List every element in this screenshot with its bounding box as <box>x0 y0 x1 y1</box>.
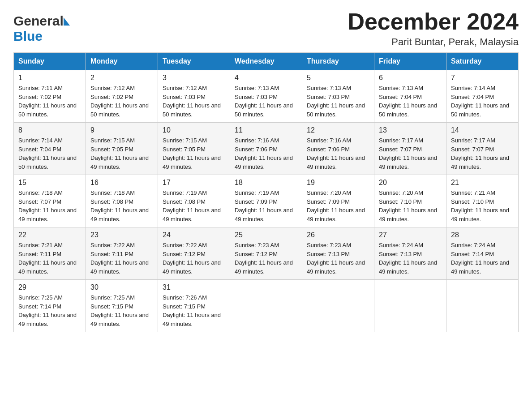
sunrise-label: Sunrise: 7:16 AM <box>235 137 279 144</box>
calendar-cell: 27 Sunrise: 7:24 AM Sunset: 7:13 PM Dayl… <box>374 227 446 280</box>
day-number: 30 <box>90 283 153 291</box>
calendar-cell: 28 Sunrise: 7:24 AM Sunset: 7:14 PM Dayl… <box>446 227 519 280</box>
calendar-cell <box>374 280 446 332</box>
sunrise-label: Sunrise: 7:13 AM <box>307 85 351 91</box>
sunset-label: Sunset: 7:10 PM <box>379 198 422 205</box>
page-header: General Blue December 2024 Parit Buntar,… <box>13 9 519 48</box>
day-info: Sunrise: 7:13 AM Sunset: 7:03 PM Dayligh… <box>235 84 297 119</box>
sunset-label: Sunset: 7:14 PM <box>451 251 494 257</box>
day-info: Sunrise: 7:20 AM Sunset: 7:10 PM Dayligh… <box>379 188 442 223</box>
calendar-cell: 19 Sunrise: 7:20 AM Sunset: 7:09 PM Dayl… <box>302 175 374 227</box>
sunrise-label: Sunrise: 7:14 AM <box>451 85 495 91</box>
daylight-label: Daylight: 11 hours and 49 minutes. <box>18 259 77 275</box>
sunrise-label: Sunrise: 7:22 AM <box>90 242 135 248</box>
calendar-cell: 2 Sunrise: 7:12 AM Sunset: 7:02 PM Dayli… <box>86 70 158 123</box>
calendar-cell: 20 Sunrise: 7:20 AM Sunset: 7:10 PM Dayl… <box>374 175 446 227</box>
day-number: 5 <box>307 74 369 82</box>
day-number: 28 <box>451 231 514 239</box>
day-info: Sunrise: 7:15 AM Sunset: 7:05 PM Dayligh… <box>163 136 225 171</box>
location-text: Parit Buntar, Perak, Malaysia <box>348 36 519 48</box>
daylight-label: Daylight: 11 hours and 49 minutes. <box>90 259 149 275</box>
calendar-cell: 1 Sunrise: 7:11 AM Sunset: 7:02 PM Dayli… <box>14 70 86 123</box>
sunset-label: Sunset: 7:12 PM <box>163 251 206 257</box>
sunrise-label: Sunrise: 7:14 AM <box>18 137 63 144</box>
daylight-label: Daylight: 11 hours and 49 minutes. <box>163 312 221 327</box>
calendar-table: SundayMondayTuesdayWednesdayThursdayFrid… <box>13 52 519 332</box>
sunset-label: Sunset: 7:05 PM <box>163 146 206 153</box>
day-info: Sunrise: 7:14 AM Sunset: 7:04 PM Dayligh… <box>18 136 81 171</box>
sunset-label: Sunset: 7:03 PM <box>163 94 206 100</box>
day-info: Sunrise: 7:21 AM Sunset: 7:10 PM Dayligh… <box>451 188 514 223</box>
daylight-label: Daylight: 11 hours and 49 minutes. <box>163 259 221 275</box>
daylight-label: Daylight: 11 hours and 50 minutes. <box>90 102 149 118</box>
day-info: Sunrise: 7:17 AM Sunset: 7:07 PM Dayligh… <box>451 136 514 171</box>
sunset-label: Sunset: 7:02 PM <box>90 94 133 100</box>
sunset-label: Sunset: 7:04 PM <box>379 94 422 100</box>
day-info: Sunrise: 7:11 AM Sunset: 7:02 PM Dayligh… <box>18 84 81 119</box>
day-number: 2 <box>90 74 153 82</box>
sunset-label: Sunset: 7:08 PM <box>90 198 133 205</box>
calendar-cell: 30 Sunrise: 7:25 AM Sunset: 7:15 PM Dayl… <box>86 280 158 332</box>
day-info: Sunrise: 7:21 AM Sunset: 7:11 PM Dayligh… <box>18 241 81 276</box>
calendar-header-sunday: Sunday <box>14 53 86 70</box>
sunrise-label: Sunrise: 7:11 AM <box>18 85 63 91</box>
sunrise-label: Sunrise: 7:19 AM <box>235 189 279 196</box>
sunset-label: Sunset: 7:09 PM <box>307 198 350 205</box>
day-number: 21 <box>451 179 514 187</box>
day-number: 17 <box>163 179 225 187</box>
daylight-label: Daylight: 11 hours and 49 minutes. <box>90 154 149 170</box>
day-number: 3 <box>163 74 225 82</box>
sunset-label: Sunset: 7:07 PM <box>379 146 422 153</box>
sunrise-label: Sunrise: 7:21 AM <box>451 189 495 196</box>
sunrise-label: Sunrise: 7:17 AM <box>379 137 423 144</box>
sunrise-label: Sunrise: 7:12 AM <box>90 85 135 91</box>
calendar-week-row: 1 Sunrise: 7:11 AM Sunset: 7:02 PM Dayli… <box>14 70 519 123</box>
calendar-cell: 21 Sunrise: 7:21 AM Sunset: 7:10 PM Dayl… <box>446 175 519 227</box>
calendar-cell: 14 Sunrise: 7:17 AM Sunset: 7:07 PM Dayl… <box>446 123 519 175</box>
day-info: Sunrise: 7:13 AM Sunset: 7:03 PM Dayligh… <box>307 84 369 119</box>
day-number: 14 <box>451 126 514 134</box>
day-info: Sunrise: 7:16 AM Sunset: 7:06 PM Dayligh… <box>307 136 369 171</box>
sunrise-label: Sunrise: 7:18 AM <box>90 189 135 196</box>
calendar-cell: 12 Sunrise: 7:16 AM Sunset: 7:06 PM Dayl… <box>302 123 374 175</box>
sunrise-label: Sunrise: 7:23 AM <box>235 242 279 248</box>
day-info: Sunrise: 7:17 AM Sunset: 7:07 PM Dayligh… <box>379 136 442 171</box>
calendar-week-row: 29 Sunrise: 7:25 AM Sunset: 7:14 PM Dayl… <box>14 280 519 332</box>
calendar-cell: 7 Sunrise: 7:14 AM Sunset: 7:04 PM Dayli… <box>446 70 519 123</box>
sunset-label: Sunset: 7:03 PM <box>307 94 350 100</box>
day-info: Sunrise: 7:12 AM Sunset: 7:02 PM Dayligh… <box>90 84 153 119</box>
calendar-cell: 6 Sunrise: 7:13 AM Sunset: 7:04 PM Dayli… <box>374 70 446 123</box>
calendar-header-row: SundayMondayTuesdayWednesdayThursdayFrid… <box>14 53 519 70</box>
day-number: 16 <box>90 179 153 187</box>
calendar-header-wednesday: Wednesday <box>230 53 302 70</box>
sunrise-label: Sunrise: 7:25 AM <box>90 294 135 301</box>
day-number: 6 <box>379 74 442 82</box>
day-number: 15 <box>18 179 81 187</box>
day-info: Sunrise: 7:15 AM Sunset: 7:05 PM Dayligh… <box>90 136 153 171</box>
calendar-header-monday: Monday <box>86 53 158 70</box>
day-number: 29 <box>18 283 81 291</box>
calendar-header-tuesday: Tuesday <box>158 53 230 70</box>
calendar-cell: 23 Sunrise: 7:22 AM Sunset: 7:11 PM Dayl… <box>86 227 158 280</box>
daylight-label: Daylight: 11 hours and 49 minutes. <box>451 154 509 170</box>
daylight-label: Daylight: 11 hours and 49 minutes. <box>307 154 365 170</box>
sunrise-label: Sunrise: 7:21 AM <box>18 242 63 248</box>
calendar-cell: 3 Sunrise: 7:12 AM Sunset: 7:03 PM Dayli… <box>158 70 230 123</box>
day-info: Sunrise: 7:24 AM Sunset: 7:13 PM Dayligh… <box>379 241 442 276</box>
sunrise-label: Sunrise: 7:25 AM <box>18 294 63 301</box>
sunset-label: Sunset: 7:05 PM <box>90 146 133 153</box>
calendar-cell: 13 Sunrise: 7:17 AM Sunset: 7:07 PM Dayl… <box>374 123 446 175</box>
calendar-cell: 5 Sunrise: 7:13 AM Sunset: 7:03 PM Dayli… <box>302 70 374 123</box>
sunset-label: Sunset: 7:15 PM <box>163 303 206 310</box>
calendar-cell <box>230 280 302 332</box>
calendar-cell: 16 Sunrise: 7:18 AM Sunset: 7:08 PM Dayl… <box>86 175 158 227</box>
sunrise-label: Sunrise: 7:15 AM <box>90 137 135 144</box>
calendar-cell: 31 Sunrise: 7:26 AM Sunset: 7:15 PM Dayl… <box>158 280 230 332</box>
sunset-label: Sunset: 7:15 PM <box>90 303 133 310</box>
day-info: Sunrise: 7:26 AM Sunset: 7:15 PM Dayligh… <box>163 293 225 328</box>
daylight-label: Daylight: 11 hours and 49 minutes. <box>379 259 437 275</box>
title-block: December 2024 Parit Buntar, Perak, Malay… <box>348 9 519 48</box>
daylight-label: Daylight: 11 hours and 49 minutes. <box>379 154 437 170</box>
daylight-label: Daylight: 11 hours and 49 minutes. <box>18 207 77 223</box>
sunset-label: Sunset: 7:14 PM <box>18 303 61 310</box>
